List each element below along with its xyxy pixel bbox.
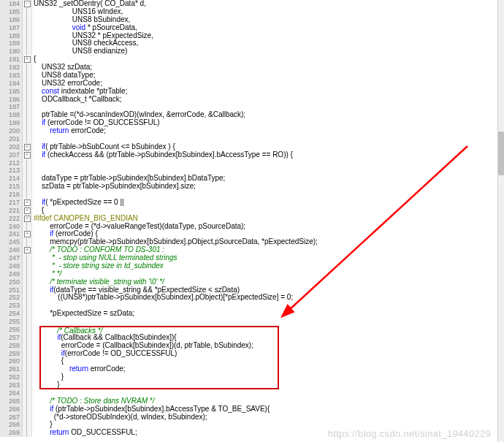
line-number[interactable]: 213	[0, 167, 23, 175]
fold-gutter[interactable]	[23, 159, 32, 167]
code-line[interactable]: 248 * - store string size in td_subindex	[0, 262, 498, 270]
fold-gutter[interactable]	[23, 294, 32, 302]
fold-plus-icon[interactable]: +	[24, 199, 31, 206]
fold-gutter[interactable]	[23, 127, 32, 135]
fold-gutter[interactable]	[23, 365, 32, 373]
fold-gutter[interactable]	[23, 318, 32, 326]
fold-gutter[interactable]	[23, 278, 32, 286]
fold-gutter[interactable]: +	[23, 56, 32, 64]
fold-gutter[interactable]: +	[23, 246, 32, 254]
line-number[interactable]: 198	[0, 111, 23, 119]
line-number[interactable]: 266	[0, 405, 23, 414]
line-number[interactable]: 202	[0, 143, 23, 151]
fold-gutter[interactable]: +	[23, 230, 32, 238]
line-number[interactable]: 247	[0, 254, 23, 262]
fold-gutter[interactable]	[23, 357, 32, 365]
code-line[interactable]: 215 szData = ptrTable->pSubindex[bSubind…	[0, 183, 498, 191]
line-number[interactable]: 248	[0, 262, 23, 270]
fold-gutter[interactable]	[23, 381, 32, 389]
fold-gutter[interactable]	[23, 8, 32, 16]
fold-gutter[interactable]	[23, 111, 32, 119]
fold-gutter[interactable]	[23, 223, 32, 231]
line-number[interactable]: 217	[0, 199, 23, 207]
code-line[interactable]: 255	[0, 318, 498, 326]
line-number[interactable]: 254	[0, 310, 23, 318]
fold-gutter[interactable]	[23, 16, 32, 24]
fold-gutter[interactable]: +	[23, 207, 32, 215]
fold-gutter[interactable]	[23, 302, 32, 310]
line-number[interactable]: 267	[0, 414, 23, 422]
line-number[interactable]: 269	[0, 429, 23, 437]
line-number[interactable]: 215	[0, 183, 23, 191]
line-number[interactable]: 253	[0, 302, 23, 310]
fold-plus-icon[interactable]: +	[24, 207, 31, 214]
line-number[interactable]: 192	[0, 64, 23, 72]
line-number[interactable]: 201	[0, 135, 23, 143]
fold-gutter[interactable]	[23, 254, 32, 262]
code-line[interactable]: 196 ODCallback_t *Callback;	[0, 96, 498, 104]
line-number[interactable]: 258	[0, 342, 23, 350]
fold-gutter[interactable]	[23, 183, 32, 191]
line-number[interactable]: 196	[0, 96, 23, 104]
fold-gutter[interactable]	[23, 39, 32, 47]
fold-gutter[interactable]: +	[23, 199, 32, 207]
line-number[interactable]: 245	[0, 238, 23, 246]
line-number[interactable]: 185	[0, 8, 23, 16]
code-line[interactable]: 262 }	[0, 373, 498, 381]
line-number[interactable]: 193	[0, 72, 23, 80]
line-number[interactable]: 261	[0, 365, 23, 373]
fold-gutter[interactable]	[23, 191, 32, 199]
fold-gutter[interactable]	[23, 421, 32, 429]
line-number[interactable]: 241	[0, 230, 23, 238]
fold-gutter[interactable]	[23, 96, 32, 104]
fold-gutter[interactable]: −	[23, 0, 32, 8]
line-number[interactable]: 260	[0, 357, 23, 365]
fold-gutter[interactable]	[23, 24, 32, 32]
code-line[interactable]: 217+ if( *pExpectedSize == 0 ||	[0, 199, 498, 207]
fold-gutter[interactable]	[23, 88, 32, 96]
fold-plus-icon[interactable]: +	[24, 144, 31, 150]
line-number[interactable]: 249	[0, 270, 23, 278]
fold-gutter[interactable]	[23, 103, 32, 111]
fold-gutter[interactable]	[23, 238, 32, 246]
line-number[interactable]: 257	[0, 334, 23, 342]
line-number[interactable]: 250	[0, 278, 23, 286]
code-line[interactable]: 212	[0, 159, 498, 167]
line-number[interactable]: 197	[0, 103, 23, 111]
fold-gutter[interactable]	[23, 334, 32, 342]
line-number[interactable]: 222	[0, 215, 23, 223]
fold-gutter[interactable]	[23, 80, 32, 88]
line-number[interactable]: 191	[0, 56, 23, 64]
code-line[interactable]: 259 if(errorCode != OD_SUCCESSFUL)	[0, 350, 498, 358]
line-number[interactable]: 207	[0, 151, 23, 159]
fold-gutter[interactable]	[23, 175, 32, 183]
fold-gutter[interactable]	[23, 389, 32, 397]
fold-gutter[interactable]: +	[23, 151, 32, 159]
scrollbar-thumb[interactable]	[498, 132, 504, 175]
line-number[interactable]: 212	[0, 159, 23, 167]
code-line[interactable]: 261 return errorCode;	[0, 365, 498, 373]
code-line[interactable]: 200 return errorCode;	[0, 127, 498, 135]
fold-gutter[interactable]: +	[23, 143, 32, 151]
line-number[interactable]: 264	[0, 389, 23, 397]
fold-gutter[interactable]	[23, 64, 32, 72]
fold-gutter[interactable]	[23, 429, 32, 437]
code-line[interactable]: 254 *pExpectedSize = szData;	[0, 310, 498, 318]
line-number[interactable]: 263	[0, 381, 23, 389]
code-editor[interactable]: 184−UNS32 _setODentry( CO_Data* d,185 UN…	[0, 0, 498, 442]
fold-gutter[interactable]	[23, 47, 32, 56]
fold-gutter[interactable]	[23, 405, 32, 414]
fold-plus-icon[interactable]: +	[24, 247, 31, 254]
line-number[interactable]: 188	[0, 32, 23, 40]
line-number[interactable]: 240	[0, 223, 23, 231]
fold-gutter[interactable]	[23, 270, 32, 278]
fold-plus-icon[interactable]: +	[24, 152, 31, 159]
code-line[interactable]: 207+ if (checkAccess && (ptrTable->pSubi…	[0, 151, 498, 159]
vertical-scrollbar[interactable]	[497, 0, 504, 442]
fold-plus-icon[interactable]: +	[24, 231, 31, 237]
line-number[interactable]: 268	[0, 421, 23, 429]
code-line[interactable]: 252 ((UNS8*)ptrTable->pSubindex[bSubinde…	[0, 294, 498, 302]
line-number[interactable]: 259	[0, 350, 23, 358]
line-number[interactable]: 221	[0, 207, 23, 215]
fold-gutter[interactable]	[23, 326, 32, 334]
